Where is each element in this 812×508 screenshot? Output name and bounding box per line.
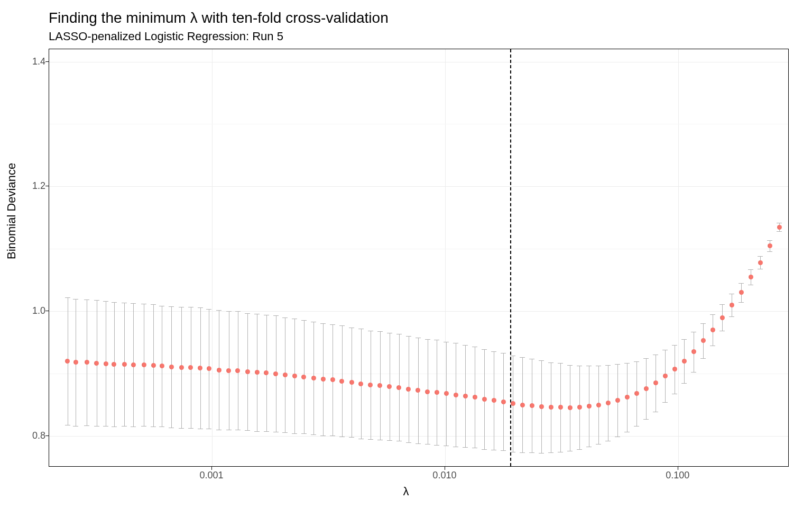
data-point bbox=[321, 377, 326, 382]
data-point bbox=[768, 243, 772, 248]
data-point bbox=[492, 398, 496, 403]
data-point bbox=[758, 260, 763, 265]
data-point bbox=[104, 361, 108, 366]
data-point bbox=[520, 403, 525, 407]
data-point bbox=[710, 328, 715, 332]
x-axis-label: λ bbox=[403, 485, 409, 498]
data-point bbox=[511, 401, 515, 406]
data-point bbox=[349, 380, 354, 385]
data-point bbox=[301, 375, 306, 379]
data-point bbox=[720, 315, 725, 320]
data-point bbox=[634, 391, 639, 396]
data-point bbox=[682, 359, 687, 364]
data-point bbox=[454, 393, 458, 397]
data-point bbox=[264, 370, 269, 375]
data-point bbox=[615, 398, 620, 403]
data-point bbox=[539, 404, 544, 409]
data-point bbox=[122, 362, 127, 367]
data-point bbox=[273, 371, 278, 376]
data-point bbox=[435, 390, 439, 395]
data-point bbox=[179, 365, 184, 370]
data-point bbox=[501, 400, 506, 404]
data-point bbox=[226, 368, 231, 373]
data-point bbox=[558, 405, 563, 410]
data-point bbox=[577, 405, 582, 410]
y-axis-label: Binomial Deviance bbox=[5, 163, 19, 259]
data-point bbox=[691, 349, 696, 354]
data-point bbox=[730, 303, 734, 307]
data-point bbox=[235, 368, 240, 373]
data-point bbox=[644, 386, 649, 391]
x-tick-label: 0.100 bbox=[666, 470, 689, 481]
data-point bbox=[169, 365, 174, 369]
chart-container: Finding the minimum λ with ten-fold cros… bbox=[0, 0, 812, 508]
data-point bbox=[217, 368, 222, 373]
data-point bbox=[85, 360, 89, 365]
x-tick-label: 0.010 bbox=[432, 470, 456, 481]
data-point bbox=[292, 374, 297, 378]
y-tick-label: 1.0 bbox=[14, 305, 45, 316]
data-point bbox=[283, 373, 288, 377]
data-point bbox=[463, 394, 468, 398]
data-point bbox=[530, 403, 534, 408]
data-point bbox=[387, 384, 392, 389]
data-point bbox=[142, 362, 146, 367]
data-point bbox=[188, 365, 193, 370]
data-point bbox=[94, 361, 99, 366]
data-point bbox=[255, 370, 260, 375]
data-point bbox=[749, 275, 753, 279]
data-point bbox=[73, 360, 78, 365]
y-tick-label: 1.2 bbox=[14, 180, 45, 192]
data-point bbox=[625, 395, 630, 400]
data-point bbox=[112, 362, 116, 367]
data-point bbox=[777, 225, 782, 230]
data-point bbox=[368, 383, 373, 387]
data-point bbox=[444, 391, 449, 396]
data-point bbox=[151, 363, 156, 368]
data-point bbox=[160, 364, 164, 368]
data-point bbox=[653, 380, 658, 385]
data-point bbox=[65, 359, 70, 364]
data-point bbox=[358, 382, 363, 386]
data-point bbox=[473, 395, 477, 400]
data-point bbox=[549, 405, 553, 410]
data-point bbox=[672, 367, 677, 371]
data-point bbox=[339, 379, 344, 384]
data-point bbox=[606, 401, 611, 405]
data-point bbox=[406, 387, 411, 392]
x-tick-label: 0.001 bbox=[200, 470, 224, 481]
data-point bbox=[701, 338, 706, 343]
chart-title: Finding the minimum λ with ten-fold cros… bbox=[49, 10, 389, 26]
data-point bbox=[330, 377, 335, 382]
data-point bbox=[377, 383, 382, 388]
data-point bbox=[425, 389, 430, 394]
data-point bbox=[245, 369, 250, 374]
chart-subtitle: LASSO-penalized Logistic Regression: Run… bbox=[49, 30, 283, 43]
data-point bbox=[311, 376, 316, 380]
data-point bbox=[596, 403, 601, 407]
data-point bbox=[416, 388, 420, 393]
data-point bbox=[198, 366, 202, 370]
data-point bbox=[739, 290, 744, 295]
data-point bbox=[482, 397, 487, 402]
data-point bbox=[587, 404, 592, 409]
y-tick-label: 0.8 bbox=[14, 430, 45, 441]
plot-panel bbox=[49, 49, 789, 467]
y-tick-label: 1.4 bbox=[14, 56, 45, 67]
data-point bbox=[663, 374, 668, 378]
data-point bbox=[568, 405, 573, 410]
data-point bbox=[207, 366, 211, 371]
data-point bbox=[396, 385, 401, 390]
data-point bbox=[131, 362, 136, 367]
